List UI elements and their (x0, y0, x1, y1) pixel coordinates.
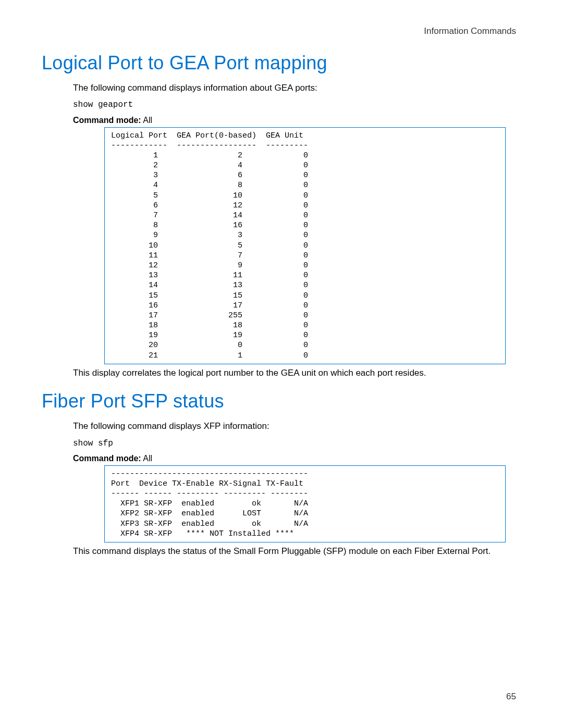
gea-command-mode: Command mode: All (73, 116, 521, 125)
gea-command: show geaport (73, 99, 521, 111)
sfp-command: show sfp (73, 438, 521, 450)
section-title-sfp: Fiber Port SFP status (42, 390, 521, 412)
section-title-gea: Logical Port to GEA Port mapping (42, 52, 521, 74)
gea-mode-value: All (141, 116, 152, 125)
header-right: Information Commands (42, 26, 516, 36)
page-number: 65 (506, 692, 516, 702)
gea-output-box: Logical Port GEA Port(0-based) GEA Unit … (104, 127, 506, 364)
gea-footer: This display correlates the logical port… (73, 366, 521, 380)
sfp-footer: This command displays the status of the … (73, 545, 521, 558)
gea-intro: The following command displays informati… (73, 81, 521, 95)
sfp-output-box: ----------------------------------------… (104, 465, 506, 542)
sfp-command-mode: Command mode: All (73, 454, 521, 463)
sfp-intro: The following command displays XFP infor… (73, 419, 521, 433)
sfp-mode-label: Command mode: (73, 454, 141, 463)
sfp-mode-value: All (141, 454, 152, 463)
gea-mode-label: Command mode: (73, 116, 141, 125)
page: Information Commands Logical Port to GEA… (0, 0, 563, 728)
